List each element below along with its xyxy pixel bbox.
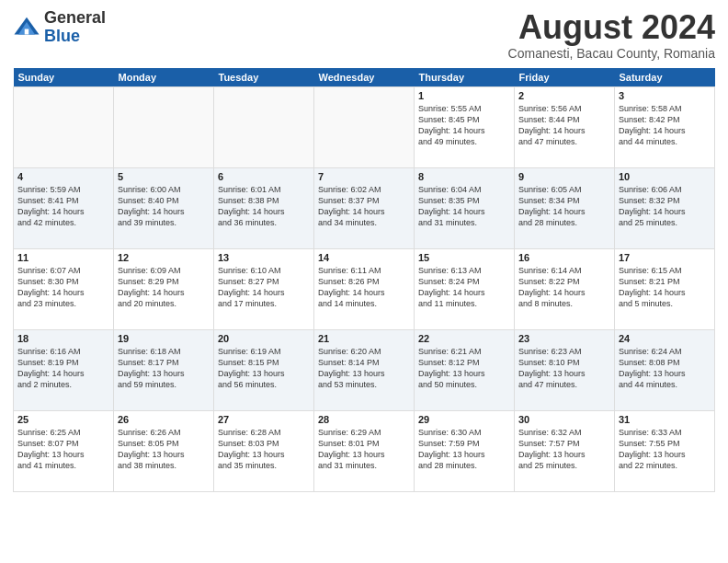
day-number: 20 [218, 333, 310, 344]
day-number: 6 [218, 171, 310, 182]
calendar-cell [214, 86, 314, 167]
calendar-cell: 26Sunrise: 6:26 AM Sunset: 8:05 PM Dayli… [114, 410, 214, 491]
cell-info: Sunrise: 6:29 AM Sunset: 8:01 PM Dayligh… [318, 427, 410, 472]
day-number: 4 [17, 171, 109, 182]
calendar-cell: 29Sunrise: 6:30 AM Sunset: 7:59 PM Dayli… [415, 410, 515, 491]
cell-info: Sunrise: 6:07 AM Sunset: 8:30 PM Dayligh… [17, 265, 109, 310]
calendar-cell: 21Sunrise: 6:20 AM Sunset: 8:14 PM Dayli… [314, 329, 415, 410]
calendar-cell: 2Sunrise: 5:56 AM Sunset: 8:44 PM Daylig… [515, 86, 615, 167]
day-header-tuesday: Tuesday [214, 68, 314, 87]
day-number: 5 [118, 171, 210, 182]
cell-info: Sunrise: 6:24 AM Sunset: 8:08 PM Dayligh… [619, 346, 711, 391]
day-header-thursday: Thursday [415, 68, 515, 87]
day-number: 23 [518, 333, 610, 344]
day-number: 30 [518, 414, 610, 425]
day-number: 7 [318, 171, 410, 182]
cell-info: Sunrise: 6:10 AM Sunset: 8:27 PM Dayligh… [218, 265, 310, 310]
cell-info: Sunrise: 6:23 AM Sunset: 8:10 PM Dayligh… [518, 346, 610, 391]
calendar-cell: 12Sunrise: 6:09 AM Sunset: 8:29 PM Dayli… [114, 248, 214, 329]
day-number: 10 [619, 171, 711, 182]
day-number: 18 [17, 333, 109, 344]
day-number: 11 [17, 252, 109, 263]
calendar-cell: 17Sunrise: 6:15 AM Sunset: 8:21 PM Dayli… [615, 248, 715, 329]
svg-rect-2 [25, 29, 29, 34]
day-number: 15 [418, 252, 510, 263]
cell-info: Sunrise: 6:02 AM Sunset: 8:37 PM Dayligh… [318, 184, 410, 229]
cell-info: Sunrise: 6:13 AM Sunset: 8:24 PM Dayligh… [418, 265, 510, 310]
calendar-cell [14, 86, 114, 167]
day-number: 19 [118, 333, 210, 344]
calendar-cell: 23Sunrise: 6:23 AM Sunset: 8:10 PM Dayli… [515, 329, 615, 410]
day-number: 25 [17, 414, 109, 425]
week-row-1: 1Sunrise: 5:55 AM Sunset: 8:45 PM Daylig… [14, 86, 715, 167]
day-header-sunday: Sunday [14, 68, 114, 87]
calendar-cell: 5Sunrise: 6:00 AM Sunset: 8:40 PM Daylig… [114, 167, 214, 248]
calendar-cell: 9Sunrise: 6:05 AM Sunset: 8:34 PM Daylig… [515, 167, 615, 248]
cell-info: Sunrise: 6:33 AM Sunset: 7:55 PM Dayligh… [619, 427, 711, 472]
page: General Blue August 2024 Comanesti, Baca… [0, 0, 728, 563]
cell-info: Sunrise: 6:19 AM Sunset: 8:15 PM Dayligh… [218, 346, 310, 391]
day-header-wednesday: Wednesday [314, 68, 415, 87]
calendar-cell: 7Sunrise: 6:02 AM Sunset: 8:37 PM Daylig… [314, 167, 415, 248]
cell-info: Sunrise: 5:56 AM Sunset: 8:44 PM Dayligh… [518, 103, 610, 148]
day-header-monday: Monday [114, 68, 214, 87]
subtitle: Comanesti, Bacau County, Romania [508, 46, 715, 61]
day-number: 21 [318, 333, 410, 344]
day-number: 28 [318, 414, 410, 425]
day-number: 31 [619, 414, 711, 425]
calendar-cell: 28Sunrise: 6:29 AM Sunset: 8:01 PM Dayli… [314, 410, 415, 491]
cell-info: Sunrise: 6:20 AM Sunset: 8:14 PM Dayligh… [318, 346, 410, 391]
cell-info: Sunrise: 6:21 AM Sunset: 8:12 PM Dayligh… [418, 346, 510, 391]
calendar-cell [314, 86, 415, 167]
cell-info: Sunrise: 6:28 AM Sunset: 8:03 PM Dayligh… [218, 427, 310, 472]
day-number: 12 [118, 252, 210, 263]
cell-info: Sunrise: 6:32 AM Sunset: 7:57 PM Dayligh… [518, 427, 610, 472]
month-title: August 2024 [508, 9, 715, 46]
logo-blue: Blue [44, 28, 106, 46]
header-row: SundayMondayTuesdayWednesdayThursdayFrid… [14, 68, 715, 87]
calendar-cell: 20Sunrise: 6:19 AM Sunset: 8:15 PM Dayli… [214, 329, 314, 410]
cell-info: Sunrise: 6:14 AM Sunset: 8:22 PM Dayligh… [518, 265, 610, 310]
calendar-cell: 3Sunrise: 5:58 AM Sunset: 8:42 PM Daylig… [615, 86, 715, 167]
calendar-cell [114, 86, 214, 167]
cell-info: Sunrise: 6:25 AM Sunset: 8:07 PM Dayligh… [17, 427, 109, 472]
cell-info: Sunrise: 6:06 AM Sunset: 8:32 PM Dayligh… [619, 184, 711, 229]
week-row-2: 4Sunrise: 5:59 AM Sunset: 8:41 PM Daylig… [14, 167, 715, 248]
logo-text: General Blue [44, 9, 106, 46]
header: General Blue August 2024 Comanesti, Baca… [13, 9, 715, 61]
day-number: 3 [619, 90, 711, 101]
day-number: 29 [418, 414, 510, 425]
cell-info: Sunrise: 6:18 AM Sunset: 8:17 PM Dayligh… [118, 346, 210, 391]
calendar-cell: 25Sunrise: 6:25 AM Sunset: 8:07 PM Dayli… [14, 410, 114, 491]
logo-general: General [44, 9, 106, 28]
calendar-cell: 8Sunrise: 6:04 AM Sunset: 8:35 PM Daylig… [415, 167, 515, 248]
cell-info: Sunrise: 6:11 AM Sunset: 8:26 PM Dayligh… [318, 265, 410, 310]
week-row-3: 11Sunrise: 6:07 AM Sunset: 8:30 PM Dayli… [14, 248, 715, 329]
title-block: August 2024 Comanesti, Bacau County, Rom… [508, 9, 715, 61]
cell-info: Sunrise: 6:04 AM Sunset: 8:35 PM Dayligh… [418, 184, 510, 229]
calendar-cell: 24Sunrise: 6:24 AM Sunset: 8:08 PM Dayli… [615, 329, 715, 410]
day-number: 16 [518, 252, 610, 263]
cell-info: Sunrise: 5:58 AM Sunset: 8:42 PM Dayligh… [619, 103, 711, 148]
day-number: 13 [218, 252, 310, 263]
day-number: 27 [218, 414, 310, 425]
week-row-5: 25Sunrise: 6:25 AM Sunset: 8:07 PM Dayli… [14, 410, 715, 491]
calendar-cell: 30Sunrise: 6:32 AM Sunset: 7:57 PM Dayli… [515, 410, 615, 491]
cell-info: Sunrise: 6:09 AM Sunset: 8:29 PM Dayligh… [118, 265, 210, 310]
day-header-friday: Friday [515, 68, 615, 87]
cell-info: Sunrise: 5:55 AM Sunset: 8:45 PM Dayligh… [418, 103, 510, 148]
logo-icon [13, 14, 40, 41]
day-header-saturday: Saturday [615, 68, 715, 87]
calendar-cell: 19Sunrise: 6:18 AM Sunset: 8:17 PM Dayli… [114, 329, 214, 410]
calendar-cell: 22Sunrise: 6:21 AM Sunset: 8:12 PM Dayli… [415, 329, 515, 410]
day-number: 17 [619, 252, 711, 263]
day-number: 1 [418, 90, 510, 101]
calendar-cell: 15Sunrise: 6:13 AM Sunset: 8:24 PM Dayli… [415, 248, 515, 329]
calendar-cell: 1Sunrise: 5:55 AM Sunset: 8:45 PM Daylig… [415, 86, 515, 167]
calendar-cell: 6Sunrise: 6:01 AM Sunset: 8:38 PM Daylig… [214, 167, 314, 248]
week-row-4: 18Sunrise: 6:16 AM Sunset: 8:19 PM Dayli… [14, 329, 715, 410]
day-number: 2 [518, 90, 610, 101]
calendar-cell: 16Sunrise: 6:14 AM Sunset: 8:22 PM Dayli… [515, 248, 615, 329]
day-number: 24 [619, 333, 711, 344]
calendar-table: SundayMondayTuesdayWednesdayThursdayFrid… [13, 68, 715, 492]
